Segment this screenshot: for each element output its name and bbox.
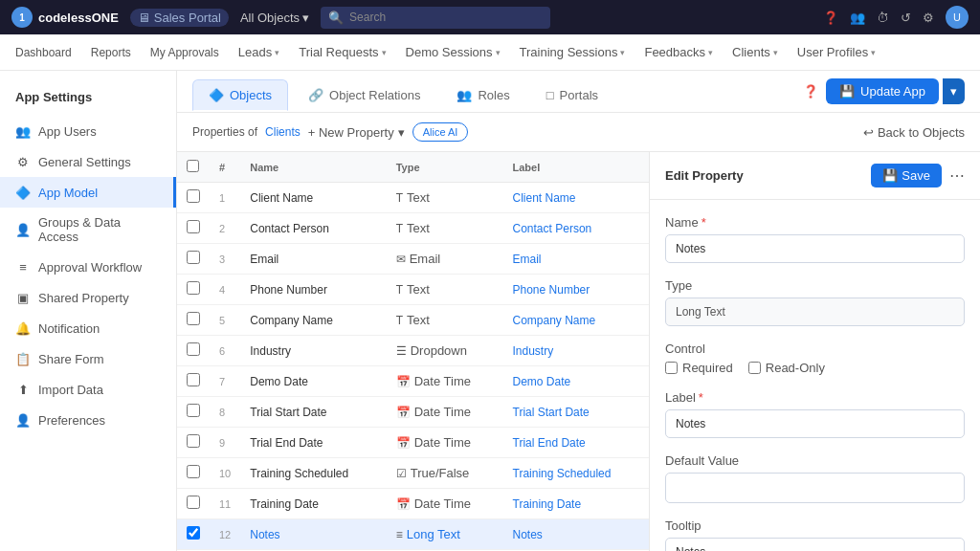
demo-label: Demo Sessions	[406, 45, 493, 59]
table-row[interactable]: 6 Industry ☰ Dropdown Industry	[177, 336, 649, 366]
sidebar-item-app-model[interactable]: 🔷 App Model	[0, 177, 176, 208]
select-all-checkbox[interactable]	[187, 160, 199, 172]
settings-icon[interactable]: ⚙	[923, 11, 934, 25]
avatar[interactable]: U	[946, 6, 969, 29]
back-icon: ↩	[863, 125, 874, 140]
roles-tab-icon: 👥	[457, 88, 472, 102]
row-checkbox[interactable]	[187, 526, 200, 540]
sidebar-item-preferences[interactable]: 👤 Preferences	[0, 405, 176, 435]
sidebar-item-workflow[interactable]: ≡ Approval Workflow	[0, 252, 176, 282]
update-label: Update App	[860, 84, 925, 99]
new-property-button[interactable]: + New Property ▾	[308, 125, 405, 140]
save-button[interactable]: 💾 Save	[871, 164, 942, 187]
nav-user-profiles[interactable]: User Profiles ▾	[797, 45, 876, 59]
back-to-objects-button[interactable]: ↩ Back to Objects	[863, 125, 965, 140]
search-bar[interactable]: 🔍	[321, 7, 550, 29]
nav-reports[interactable]: Reports	[91, 46, 131, 59]
sidebar-item-general[interactable]: ⚙ General Settings	[0, 146, 176, 177]
alice-ai-button[interactable]: Alice AI	[412, 122, 469, 142]
table-row[interactable]: 9 Trial End Date 📅 Date Time Trial End D…	[177, 428, 649, 458]
row-checkbox[interactable]	[187, 404, 200, 417]
nav-training[interactable]: Training Sessions ▾	[520, 45, 626, 59]
nav-trial[interactable]: Trial Requests ▾	[299, 45, 386, 59]
row-label: Phone Number	[503, 275, 649, 305]
tab-objects[interactable]: 🔷 Objects	[192, 79, 288, 111]
import-icon: ⬆	[15, 382, 31, 397]
table-row[interactable]: 12 Notes ≡ Long Text Notes	[177, 519, 649, 550]
required-checkbox[interactable]	[665, 362, 678, 374]
table-row[interactable]: 4 Phone Number T Text Phone Number	[177, 275, 649, 305]
relations-tab-label: Object Relations	[329, 88, 420, 102]
sidebar-item-groups[interactable]: 👤 Groups & Data Access	[0, 208, 176, 252]
table-row[interactable]: 2 Contact Person T Text Contact Person	[177, 213, 649, 244]
nav-dashboard[interactable]: Dashboard	[15, 46, 72, 59]
property-icon: ▣	[15, 290, 31, 305]
row-checkbox[interactable]	[187, 312, 200, 325]
properties-table: # Name Type Label 1 Client Name T Text	[177, 152, 649, 551]
row-type: 📅 Date Time	[387, 489, 503, 519]
sidebar-item-shared[interactable]: ▣ Shared Property	[0, 282, 176, 313]
row-checkbox[interactable]	[187, 220, 200, 233]
objects-label: All Objects	[240, 11, 300, 25]
search-input[interactable]	[349, 11, 543, 24]
table-row[interactable]: 1 Client Name T Text Client Name	[177, 183, 649, 213]
portals-tab-icon: □	[546, 88, 554, 102]
name-input[interactable]	[665, 234, 965, 263]
table-row[interactable]: 11 Training Date 📅 Date Time Training Da…	[177, 489, 649, 519]
sidebar-item-share-form[interactable]: 📋 Share Form	[0, 343, 176, 374]
tab-roles[interactable]: 👥 Roles	[440, 79, 525, 111]
row-checkbox[interactable]	[187, 434, 200, 448]
table-row[interactable]: 7 Demo Date 📅 Date Time Demo Date	[177, 366, 649, 397]
row-label: Email	[503, 244, 649, 275]
nav-feedbacks[interactable]: Feedbacks ▾	[644, 45, 713, 59]
nav-demo[interactable]: Demo Sessions ▾	[406, 45, 501, 59]
more-options-button[interactable]: ⋯	[949, 166, 965, 185]
label-required-asterisk: *	[699, 390, 703, 405]
update-app-caret[interactable]: ▾	[943, 78, 965, 104]
table-row[interactable]: 8 Trial Start Date 📅 Date Time Trial Sta…	[177, 397, 649, 428]
tab-relations[interactable]: 🔗 Object Relations	[292, 79, 436, 111]
tab-portals[interactable]: □ Portals	[530, 79, 614, 111]
nav-leads[interactable]: Leads ▾	[238, 45, 279, 59]
table-row[interactable]: 10 Training Scheduled ☑ True/False Train…	[177, 458, 649, 489]
users-icon[interactable]: 👥	[850, 11, 865, 25]
tooltip-input[interactable]	[665, 538, 965, 551]
table-row[interactable]: 5 Company Name T Text Company Name	[177, 305, 649, 336]
history-icon[interactable]: ⏱	[877, 11, 889, 25]
default-value-input[interactable]	[665, 473, 965, 503]
row-checkbox[interactable]	[187, 189, 200, 203]
row-checkbox[interactable]	[187, 465, 200, 478]
app-badge[interactable]: 🖥 Sales Portal	[130, 9, 229, 27]
nav-clients[interactable]: Clients ▾	[732, 45, 778, 59]
row-name: Company Name	[240, 305, 386, 336]
row-checkbox[interactable]	[187, 251, 200, 264]
type-input[interactable]	[665, 298, 965, 326]
readonly-checkbox[interactable]	[748, 362, 761, 374]
tab-help-icon[interactable]: ❓	[803, 84, 818, 99]
row-checkbox[interactable]	[187, 496, 200, 509]
edit-panel-title: Edit Property	[665, 168, 744, 183]
update-app-button[interactable]: 💾 Update App	[826, 78, 939, 104]
tooltip-field-group: Tooltip	[665, 518, 965, 551]
row-checkbox[interactable]	[187, 342, 200, 356]
all-objects-dropdown[interactable]: All Objects ▾	[240, 11, 309, 25]
preferences-label: Preferences	[38, 413, 105, 428]
refresh-icon[interactable]: ↺	[901, 11, 911, 25]
table-row[interactable]: 3 Email ✉ Email Email	[177, 244, 649, 275]
type-icon: T	[396, 283, 403, 297]
row-checkbox[interactable]	[187, 281, 200, 295]
row-checkbox[interactable]	[187, 373, 200, 386]
row-number: 2	[210, 213, 240, 244]
sidebar-item-import[interactable]: ⬆ Import Data	[0, 374, 176, 405]
type-icon: ☑	[396, 467, 407, 480]
logo[interactable]: 1 codelessONE	[11, 7, 119, 28]
help-icon[interactable]: ❓	[823, 11, 838, 25]
save-label: Save	[902, 168, 930, 183]
save-icon: 💾	[882, 168, 898, 183]
sidebar-item-app-users[interactable]: 👥 App Users	[0, 116, 176, 146]
sidebar-item-notification[interactable]: 🔔 Notification	[0, 313, 176, 343]
label-input[interactable]	[665, 409, 965, 438]
object-link[interactable]: Clients	[265, 125, 301, 139]
nav-approvals[interactable]: My Approvals	[150, 46, 219, 59]
type-icon: T	[396, 222, 403, 235]
